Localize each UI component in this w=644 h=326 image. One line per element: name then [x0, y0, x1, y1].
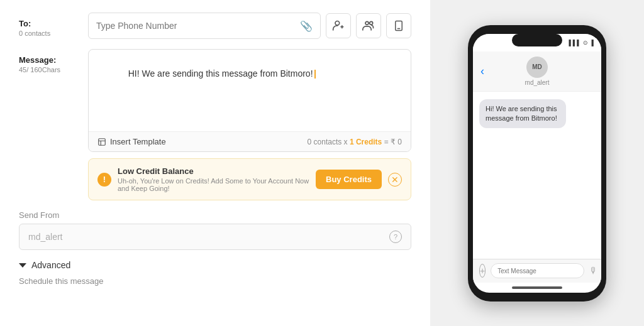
credit-info: 0 contacts x 1 Credits = ₹ 0: [308, 138, 402, 146]
insert-template-label: Insert Template: [110, 137, 166, 146]
phone-input-bar: + 🎙: [473, 259, 601, 283]
advanced-header[interactable]: Advanced: [19, 260, 411, 270]
template-icon: [97, 138, 106, 146]
message-row: Message: 45/ 160Chars HI! We are sending…: [19, 49, 411, 200]
attach-icon[interactable]: 📎: [300, 20, 313, 32]
signal-icon: ▌▌▌: [569, 40, 580, 46]
help-icon[interactable]: ?: [389, 231, 402, 243]
svg-rect-7: [99, 138, 106, 145]
buy-credits-button[interactable]: Buy Credits: [316, 170, 382, 189]
to-row: To: 0 contacts 📎: [19, 13, 411, 39]
right-panel: ▌▌▌ ⊙ ▐ ‹ MD md_alert Hi! We are sending…: [430, 0, 644, 326]
message-toolbar: Insert Template 0 contacts x 1 Credits =…: [89, 131, 411, 151]
send-from-wrapper[interactable]: md_alert ?: [19, 224, 411, 250]
banner-text: Low Credit Balance Uh-oh, You're Low on …: [118, 166, 309, 192]
phone-contact-name: md_alert: [525, 79, 550, 86]
phone-icon: [393, 20, 404, 31]
phone-text-input[interactable]: [491, 263, 584, 278]
message-label-area: Message: 45/ 160Chars: [19, 49, 88, 73]
low-credit-banner: ! Low Credit Balance Uh-oh, You're Low o…: [88, 158, 411, 200]
contacts-count: 0 contacts: [19, 30, 88, 37]
collapse-icon: [19, 263, 26, 268]
to-label: To:: [19, 19, 88, 28]
person-icon: [332, 19, 345, 32]
to-label-area: To: 0 contacts: [19, 13, 88, 37]
home-indicator: [473, 283, 601, 293]
insert-template-button[interactable]: Insert Template: [97, 137, 166, 146]
send-from-section: Send From md_alert ?: [19, 210, 411, 250]
credits-highlight: 1 Credits: [350, 138, 382, 146]
phone-input[interactable]: [96, 21, 300, 31]
phone-mockup: ▌▌▌ ⊙ ▐ ‹ MD md_alert Hi! We are sending…: [468, 25, 606, 302]
group-icon: [362, 19, 375, 32]
phone-screen: ▌▌▌ ⊙ ▐ ‹ MD md_alert Hi! We are sending…: [473, 34, 601, 293]
char-count: 45/ 160Chars: [19, 66, 88, 73]
banner-close-button[interactable]: ✕: [388, 173, 402, 187]
phone-contacts-button[interactable]: [386, 13, 411, 38]
message-wrapper: HI! We are sending this message from Bit…: [88, 49, 411, 152]
schedule-label: Schedule this message: [19, 276, 411, 286]
back-arrow-icon[interactable]: ‹: [480, 65, 484, 78]
message-label: Message:: [19, 55, 88, 65]
svg-point-0: [335, 21, 340, 26]
to-field-content: 📎: [88, 13, 411, 39]
microphone-icon[interactable]: 🎙: [589, 266, 598, 276]
warning-icon: !: [97, 173, 111, 187]
message-field-content: HI! We are sending this message from Bit…: [88, 49, 411, 200]
home-bar: [512, 286, 562, 289]
banner-desc: Uh-oh, You're Low on Credits! Add Some t…: [118, 177, 309, 192]
phone-notch: [512, 34, 562, 46]
phone-input-wrapper[interactable]: 📎: [88, 13, 321, 39]
svg-point-4: [370, 21, 373, 24]
banner-title: Low Credit Balance: [118, 166, 309, 176]
phone-row: 📎: [88, 13, 411, 39]
left-panel: To: 0 contacts 📎: [0, 0, 430, 326]
wifi-icon: ⊙: [583, 40, 588, 46]
phone-message-bubble: Hi! We are sending this message from Bit…: [479, 99, 566, 129]
phone-messages: Hi! We are sending this message from Bit…: [473, 92, 601, 259]
advanced-label: Advanced: [31, 260, 70, 270]
svg-point-3: [365, 21, 369, 24]
phone-avatar: MD: [526, 57, 548, 78]
send-from-label: Send From: [19, 210, 411, 220]
credit-equals: = ₹ 0: [384, 138, 402, 146]
person-add-button[interactable]: [326, 13, 351, 38]
send-from-value: md_alert: [28, 232, 389, 242]
status-icons: ▌▌▌ ⊙ ▐: [569, 40, 594, 46]
credit-contacts: 0 contacts x: [308, 138, 348, 146]
phone-chat-header: ‹ MD md_alert: [473, 52, 601, 92]
advanced-section: Advanced Schedule this message: [19, 260, 411, 286]
group-button[interactable]: [356, 13, 381, 38]
battery-icon: ▐: [590, 40, 594, 46]
phone-add-button[interactable]: +: [479, 264, 486, 278]
